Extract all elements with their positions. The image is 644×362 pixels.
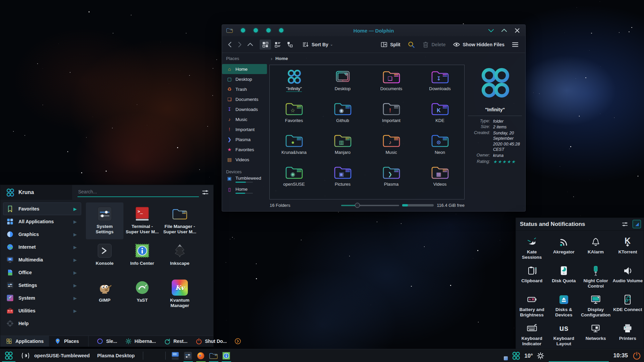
app-item-gimp[interactable]: GIMP [86,276,123,313]
app-item-konsole[interactable]: Konsole [86,239,123,276]
tree-view-button[interactable] [284,40,296,50]
folder-item-videos[interactable]: ▦ Videos [416,162,464,194]
category-item-settings[interactable]: Settings ▶ [3,279,81,292]
folder-item-pictures[interactable]: ▣ Pictures [318,162,367,194]
show-hidden-files-button[interactable]: Show Hidden Files [452,40,504,50]
tray-icon[interactable] [575,352,583,360]
folder-item-music[interactable]: ♪ Music [367,130,416,162]
configure-icon[interactable] [621,221,629,228]
zoom-slider[interactable] [341,203,399,208]
forward-button[interactable] [235,41,244,49]
folder-item-favorites[interactable]: ☆ Favorites [270,98,318,130]
pager-icon[interactable] [21,352,30,360]
slider-handle[interactable] [355,203,360,208]
app-item-system-settings[interactable]: System Settings [86,202,123,239]
category-item-office[interactable]: Office ▶ [3,266,81,279]
icons-view-button[interactable] [260,40,271,50]
tray-icon[interactable] [599,352,607,360]
category-item-internet[interactable]: Internet ▶ [3,241,81,253]
details-view-button[interactable] [272,40,283,50]
category-item-graphics[interactable]: Graphics ▶ [3,228,81,241]
more-actions-button[interactable] [234,336,241,347]
app-item-terminal-super-user-m[interactable]: >_ Terminal - Super User M... [123,202,161,239]
launcher-tab-places[interactable]: Places [49,336,84,347]
place-item-plasma[interactable]: ❯ Plasma [222,134,267,144]
category-item-system[interactable]: System ▶ [3,292,81,304]
sort-by-button[interactable]: Sort By ⌄ [302,40,333,50]
task-button[interactable] [169,349,182,362]
place-item-desktop[interactable]: ▢ Desktop [222,74,267,84]
folder-item-kruna-ivana[interactable]: ● Kruna&Ivana [270,130,318,162]
close-icon[interactable] [513,26,521,35]
app-item-info-center[interactable]: Info Center [123,239,161,276]
minimize-icon[interactable] [487,26,495,35]
folder-item-github[interactable]: ◉ Github [318,98,367,130]
task-button[interactable] [220,349,233,362]
task-button[interactable] [182,349,195,362]
place-item-trash[interactable]: ♻ Trash [222,84,267,94]
place-item-videos[interactable]: ▤ Videos [222,155,267,165]
folder-item-neon[interactable]: ⊙ Neon [416,130,464,162]
search-input[interactable] [77,188,199,197]
status-item-kde-connect[interactable]: KDE Connect [612,291,644,320]
dolphin-titlebar[interactable]: Home — Dolphin [222,25,525,36]
status-item-night-color-control[interactable]: Night Color Control [580,262,612,291]
place-item-home[interactable]: ⌂ Home [222,64,267,74]
folder-item-opensuse[interactable]: ◉ openSUSE [270,162,318,194]
place-item-favorites[interactable]: ★ Favorites [222,144,267,155]
task-button[interactable] [195,349,207,362]
app-menu-button[interactable] [1,349,17,362]
status-item-display-configuration[interactable]: Display Configuration [580,291,612,320]
folder-item-manjaro[interactable]: ▥ Manjaro [318,130,367,162]
launcher-tab-applications[interactable]: Applications [0,336,49,347]
clock[interactable]: 10:35 [613,352,628,359]
folder-item-plasma[interactable]: ❯ Plasma [367,162,416,194]
status-item-akregator[interactable]: Akregator [548,233,580,262]
status-item-networks[interactable]: Networks [580,320,612,349]
tray-icon[interactable] [562,352,571,360]
folder-item-downloads[interactable]: ↧ Downloads [416,66,464,98]
session-button-rest[interactable]: Rest... [161,336,191,347]
session-button-hiberna[interactable]: Hiberna... [122,336,159,347]
status-item-kalarm[interactable]: KAlarm [580,233,612,262]
weather-temperature[interactable]: 10° [525,353,533,359]
place-item-documents[interactable]: ❏ Documents [222,94,267,104]
hamburger-menu-icon[interactable] [511,41,519,49]
status-item-printers[interactable]: Printers [612,320,644,349]
back-button[interactable] [226,41,234,49]
status-item-disk-quota[interactable]: Disk Quota [548,262,580,291]
folder-item-infinity[interactable]: "Infinity" [270,66,318,98]
up-button[interactable] [246,41,254,49]
folder-item-important[interactable]: ! Important [367,98,416,130]
power-button[interactable] [632,351,641,360]
distro-logo-icon[interactable] [512,351,521,360]
app-item-kvantum-manager[interactable]: Kv Kvantum Manager [161,276,199,313]
tray-icon[interactable] [550,352,559,360]
status-item-kate-sessions[interactable]: Kate Sessions [516,233,548,262]
status-item-ktorrent[interactable]: K KTorrent [612,233,644,262]
category-item-multimedia[interactable]: Multimedia ▶ [3,253,81,266]
category-item-utilities[interactable]: Utilities ▶ [3,304,81,317]
configure-icon[interactable] [201,188,209,196]
status-item-keyboard-indicator[interactable]: Keyboard Indicator [516,320,548,349]
session-button-shut-do[interactable]: Shut Do... [192,336,230,347]
task-button[interactable] [207,349,220,362]
folder-view[interactable]: "Infinity" Desktop ❏ Documents ↧ Downloa… [269,65,465,199]
search-button[interactable] [407,41,415,49]
rating-stars[interactable]: ★★★★★ [493,159,522,165]
app-item-inkscape[interactable]: Inkscape [161,239,199,276]
folder-item-desktop[interactable]: Desktop [318,66,367,98]
keep-open-button[interactable] [633,220,641,228]
folder-item-kde[interactable]: K KDE [416,98,464,130]
category-item-help[interactable]: Help ▶ [3,317,81,330]
device-item-tumbleweed[interactable]: ▣ Tumbleweed [222,175,269,186]
place-item-downloads[interactable]: ↧ Downloads [222,104,267,114]
status-item-clipboard[interactable]: Clipboard [516,262,548,291]
tray-mini-icon[interactable] [503,356,508,361]
place-item-important[interactable]: ! Important [222,124,267,134]
app-item-file-manager-super-user-m[interactable]: File Manager - Super User M... [161,202,199,239]
category-item-favorites[interactable]: Favorites ▶ [3,202,81,215]
status-item-audio-volume[interactable]: Audio Volume [612,262,644,291]
tray-icon[interactable] [587,352,595,360]
category-item-all-applications[interactable]: All Applications ▶ [3,215,81,228]
